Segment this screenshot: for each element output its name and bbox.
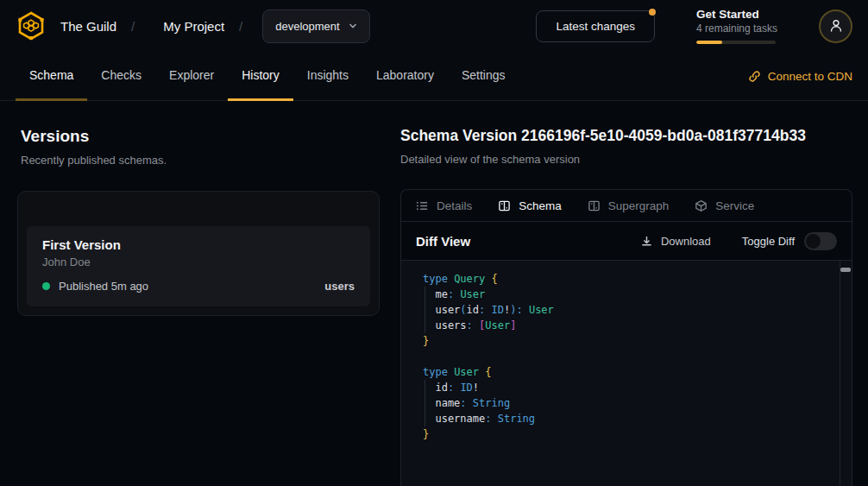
version-list-item[interactable]: First VersionJohn DoePublished 5m agouse… bbox=[27, 226, 370, 306]
nav-tab-history[interactable]: History bbox=[228, 52, 293, 101]
versions-list-card: First VersionJohn DoePublished 5m agouse… bbox=[17, 191, 380, 316]
toggle-diff-label: Toggle Diff bbox=[742, 235, 795, 248]
schema-version-subtitle: Detailed view of the schema version bbox=[400, 153, 852, 166]
detail-tab-label: Details bbox=[437, 199, 472, 212]
nav-tab-explorer[interactable]: Explorer bbox=[155, 52, 228, 101]
latest-changes-label: Latest changes bbox=[556, 20, 635, 33]
main-nav: SchemaChecksExplorerHistoryInsightsLabor… bbox=[0, 52, 868, 101]
columns-icon bbox=[498, 199, 511, 212]
breadcrumb-org[interactable]: The Guild bbox=[60, 19, 116, 34]
code-line: users: [User] bbox=[423, 318, 829, 333]
versions-subtitle: Recently published schemas. bbox=[21, 154, 380, 167]
latest-changes-button[interactable]: Latest changes bbox=[536, 10, 655, 42]
version-status: Published 5m ago bbox=[59, 280, 148, 293]
toggle-knob bbox=[806, 234, 821, 249]
connect-to-cdn-link[interactable]: Connect to CDN bbox=[748, 52, 852, 100]
main-content: Versions Recently published schemas. Fir… bbox=[0, 101, 868, 486]
nav-tab-schema[interactable]: Schema bbox=[16, 52, 87, 101]
detail-tab-schema[interactable]: Schema bbox=[498, 199, 562, 212]
download-button[interactable]: Download bbox=[640, 235, 711, 248]
chevron-down-icon bbox=[349, 22, 357, 30]
get-started-progressbar bbox=[696, 41, 776, 44]
version-name: First Version bbox=[42, 237, 355, 252]
diff-view-title: Diff View bbox=[416, 234, 470, 249]
versions-pane: Versions Recently published schemas. Fir… bbox=[21, 127, 380, 486]
code-line: type User { bbox=[423, 364, 829, 380]
hive-logo-icon[interactable] bbox=[16, 10, 47, 41]
code-line: } bbox=[423, 426, 829, 442]
cube-icon bbox=[695, 199, 708, 212]
code-line: name: String bbox=[423, 395, 829, 411]
schema-version-title: Schema Version 2166196f-5e10-4059-bd0a-0… bbox=[400, 127, 852, 145]
detail-tab-service[interactable]: Service bbox=[695, 199, 754, 212]
detail-tabs: DetailsSchemaSupergraphService bbox=[401, 190, 852, 222]
columns-icon bbox=[588, 199, 601, 212]
user-avatar[interactable] bbox=[819, 9, 852, 43]
nav-tab-insights[interactable]: Insights bbox=[293, 52, 362, 101]
detail-tab-label: Service bbox=[715, 199, 754, 212]
get-started-title: Get Started bbox=[696, 8, 776, 21]
list-icon bbox=[416, 199, 429, 212]
version-detail-pane: Schema Version 2166196f-5e10-4059-bd0a-0… bbox=[400, 127, 852, 486]
scrollbar-thumb[interactable] bbox=[840, 268, 851, 272]
code-line: } bbox=[423, 333, 829, 349]
toggle-diff-switch[interactable] bbox=[804, 232, 837, 250]
target-dropdown-value: development bbox=[275, 20, 339, 33]
download-label: Download bbox=[661, 235, 711, 248]
code-line bbox=[423, 349, 829, 364]
target-dropdown[interactable]: development bbox=[262, 9, 369, 43]
version-author: John Doe bbox=[42, 256, 355, 268]
get-started-widget[interactable]: Get Started 4 remaining tasks bbox=[696, 8, 776, 44]
breadcrumb-separator: / bbox=[131, 19, 135, 34]
schema-detail-panel: DetailsSchemaSupergraphService Diff View… bbox=[400, 189, 852, 486]
top-header: The Guild / My Project / development Lat… bbox=[0, 0, 868, 52]
link-icon bbox=[748, 70, 761, 83]
scrollbar-track bbox=[840, 261, 840, 486]
schema-code-viewer: type Query { me: User user(id: ID!): Use… bbox=[401, 261, 852, 486]
nav-tab-laboratory[interactable]: Laboratory bbox=[362, 52, 448, 101]
nav-tab-checks[interactable]: Checks bbox=[87, 52, 155, 101]
notification-dot bbox=[649, 9, 656, 16]
diff-view-header: Diff View Download Toggle Diff bbox=[401, 222, 852, 261]
nav-tab-settings[interactable]: Settings bbox=[448, 52, 519, 101]
version-service-badge: users bbox=[324, 280, 355, 293]
published-status-dot bbox=[42, 282, 50, 290]
detail-tab-label: Schema bbox=[519, 199, 562, 212]
get-started-progress-fill bbox=[696, 41, 722, 44]
detail-tab-supergraph[interactable]: Supergraph bbox=[588, 199, 670, 212]
breadcrumb-project[interactable]: My Project bbox=[163, 19, 224, 34]
code-line: me: User bbox=[423, 287, 829, 302]
versions-title: Versions bbox=[21, 127, 380, 146]
download-icon bbox=[640, 235, 653, 248]
breadcrumb-separator: / bbox=[239, 19, 242, 34]
code-line: type Query { bbox=[423, 271, 829, 287]
detail-tab-label: Supergraph bbox=[608, 199, 670, 212]
person-icon bbox=[828, 18, 844, 34]
code-line: user(id: ID!): User bbox=[423, 302, 829, 318]
detail-tab-details[interactable]: Details bbox=[416, 199, 472, 212]
code-line: username: String bbox=[423, 411, 829, 426]
code-line: id: ID! bbox=[423, 380, 829, 395]
connect-to-cdn-label: Connect to CDN bbox=[768, 70, 852, 83]
get-started-subtitle: 4 remaining tasks bbox=[696, 22, 776, 35]
